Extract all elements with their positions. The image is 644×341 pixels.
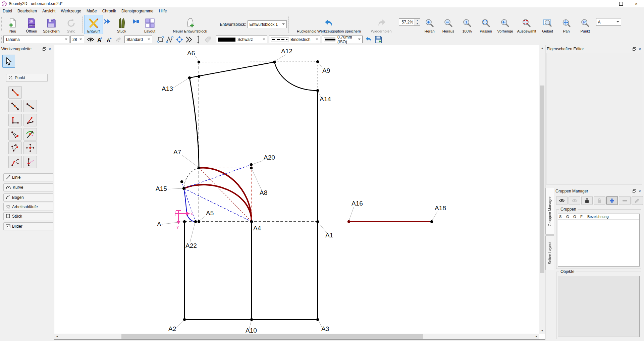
- mode-layout-button[interactable]: Layout: [141, 15, 159, 34]
- pattern-segment[interactable]: [184, 185, 252, 222]
- category-images-button[interactable]: Bilder: [3, 222, 53, 230]
- category-curve-button[interactable]: Kurve: [3, 183, 53, 191]
- scroll-right-icon[interactable]: ►: [534, 334, 539, 339]
- point-label-A3[interactable]: A3: [321, 325, 329, 332]
- tool-triangle-point[interactable]: [8, 128, 22, 140]
- zoom-out-button[interactable]: Heraus: [439, 15, 458, 34]
- zoom-in-button[interactable]: Heran: [420, 15, 439, 34]
- menu-item-hilfe[interactable]: Hilfe: [156, 8, 169, 14]
- select-tool-button[interactable]: [2, 55, 15, 68]
- zoom-selected-button[interactable]: Ausgewählt: [515, 15, 538, 34]
- pattern-point-A5[interactable]: [198, 220, 201, 223]
- category-operations-button[interactable]: Arbeitsabläufe: [3, 203, 53, 211]
- close-panel-icon[interactable]: ×: [637, 188, 643, 193]
- union-tool-button[interactable]: [156, 35, 165, 44]
- menu-item-werkzeuge[interactable]: Werkzeuge: [58, 8, 84, 14]
- tool-shoulder-point[interactable]: [8, 141, 22, 154]
- zoom-previous-button[interactable]: Vorherige: [495, 15, 515, 34]
- menu-item-chronik[interactable]: Chronik: [100, 8, 119, 14]
- point-label-A15[interactable]: A15: [156, 185, 167, 192]
- pattern-segment[interactable]: [274, 62, 318, 91]
- menu-item-ansicht[interactable]: Ansicht: [40, 8, 58, 14]
- pattern-point-A4[interactable]: [250, 220, 253, 223]
- pattern-segment[interactable]: [190, 78, 199, 168]
- pattern-segment[interactable]: [176, 221, 180, 224]
- pattern-point-A9[interactable]: [316, 60, 319, 63]
- zoom-spin-down[interactable]: ▼: [415, 22, 420, 25]
- tab-groups-manager[interactable]: Gruppen Manager: [545, 188, 554, 235]
- point-label-A5[interactable]: A5: [206, 210, 214, 217]
- line-width-combo[interactable]: 0.70mm (ISO): [322, 36, 363, 43]
- pattern-point-A22[interactable]: [194, 220, 197, 223]
- point-label-A4[interactable]: A4: [253, 225, 261, 232]
- point-label-A1[interactable]: A1: [325, 232, 333, 239]
- point-label-A16[interactable]: A16: [352, 200, 363, 207]
- new-draft-block-button[interactable]: Neuer Entwurfsblock: [163, 15, 217, 34]
- point-label-A6[interactable]: A6: [187, 50, 195, 57]
- column-header-name[interactable]: Bezeichnung: [586, 214, 639, 220]
- menu-item-bearbeiten[interactable]: Bearbeiten: [15, 8, 40, 14]
- zoom-to-point-button[interactable]: P Punkt: [576, 15, 595, 34]
- toolbar-drag-handle[interactable]: [1, 36, 2, 44]
- zoom-fit-button[interactable]: Passen: [477, 15, 495, 34]
- horizontal-scroll-thumb[interactable]: [121, 334, 423, 339]
- menu-item-mae[interactable]: Maße: [84, 8, 100, 14]
- tab-page-layout[interactable]: Seiten Layout: [545, 235, 554, 270]
- pattern-point-A10[interactable]: [250, 318, 253, 321]
- tool-line-intersect-axis-point[interactable]: [23, 156, 37, 168]
- scroll-up-icon[interactable]: ▲: [539, 45, 545, 51]
- tool-point-on-segment[interactable]: [23, 100, 37, 112]
- font-decrease-button[interactable]: A: [105, 35, 114, 44]
- pattern-segment[interactable]: [184, 188, 252, 222]
- zoom-spin-up[interactable]: ▲: [415, 19, 420, 22]
- scroll-down-icon[interactable]: ▼: [539, 328, 545, 334]
- pattern-segment[interactable]: [186, 212, 190, 216]
- pan-button[interactable]: Pan: [557, 15, 576, 34]
- zoom-spinbox[interactable]: 57,2% ▲▼: [399, 18, 420, 26]
- column-header-visible[interactable]: ⌃S: [558, 214, 565, 220]
- menu-item-datei[interactable]: Datei: [0, 8, 15, 14]
- label-style-combo[interactable]: Standard: [124, 36, 152, 43]
- tool-curve-intersect-point[interactable]: [23, 128, 37, 140]
- float-panel-icon[interactable]: [41, 46, 47, 51]
- point-label-A8[interactable]: A8: [260, 189, 267, 196]
- pattern-segment[interactable]: [190, 62, 274, 78]
- vertical-arrow-button[interactable]: [194, 35, 203, 44]
- undo-small-button[interactable]: [365, 35, 373, 44]
- close-panel-icon[interactable]: ×: [47, 46, 53, 51]
- minimize-button[interactable]: [598, 0, 613, 7]
- category-line-button[interactable]: Linie: [3, 173, 53, 181]
- drawing-canvas[interactable]: A6A12A9A14A13A7A20A8A15A5AA22A4A1A2A10A3…: [54, 45, 545, 340]
- pattern-point-A20[interactable]: [250, 163, 253, 166]
- font-increase-button[interactable]: A: [96, 35, 104, 44]
- point-label-A[interactable]: A: [157, 221, 161, 228]
- pattern-point-A[interactable]: [183, 220, 186, 223]
- pattern-point-A18[interactable]: [430, 220, 433, 223]
- save-button[interactable]: Speichern: [41, 15, 62, 34]
- pattern-point-A1[interactable]: [316, 220, 319, 223]
- pattern-point-A8[interactable]: [250, 167, 253, 170]
- point-name-combo[interactable]: A: [596, 18, 621, 26]
- vertical-scroll-thumb[interactable]: [540, 86, 544, 273]
- point-label-A12[interactable]: A12: [281, 48, 292, 55]
- tool-angle-point[interactable]: [23, 114, 37, 126]
- show-labels-button[interactable]: [86, 35, 95, 44]
- point-label-A13[interactable]: A13: [162, 85, 173, 92]
- float-panel-icon[interactable]: [631, 188, 637, 193]
- column-header-objects[interactable]: O: [572, 214, 579, 220]
- pattern-segment[interactable]: [199, 62, 318, 62]
- point-label-A2[interactable]: A2: [168, 325, 176, 332]
- draft-block-combo[interactable]: Entwurfsblock 1: [248, 20, 287, 28]
- point-label-A20[interactable]: A20: [264, 154, 275, 161]
- close-panel-icon[interactable]: ×: [637, 46, 643, 51]
- pattern-point-A6[interactable]: [198, 61, 201, 64]
- pattern-drawing[interactable]: A6A12A9A14A13A7A20A8A15A5AA22A4A1A2A10A3…: [54, 45, 539, 334]
- group-lock-button[interactable]: [581, 196, 593, 205]
- tool-bisector-point[interactable]: [8, 156, 22, 168]
- maximize-button[interactable]: [613, 0, 629, 7]
- category-point-button[interactable]: Punkt: [6, 74, 48, 82]
- font-size-combo[interactable]: 28: [70, 36, 84, 43]
- mode-piece-button[interactable]: Stück: [112, 15, 131, 34]
- toolbar-drag-handle[interactable]: [1, 17, 2, 32]
- undo-button[interactable]: Rückgängig Werkzeugoption speichern: [290, 15, 368, 34]
